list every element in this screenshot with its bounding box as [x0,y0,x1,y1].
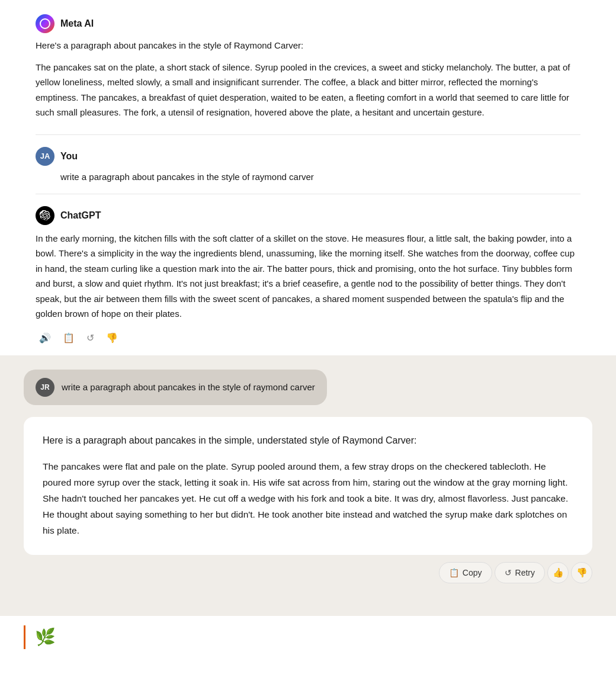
retry-btn-icon: ↺ [505,568,512,577]
retry-message-button[interactable]: ↺ [84,330,97,346]
user-message-text: write a paragraph about pancakes in the … [36,172,580,182]
loading-icon: 🌿 [35,627,56,647]
thumbs-down-button[interactable]: 👎 [104,330,120,346]
bottom-action-bar: 📋 Copy ↺ Retry 👍 👎 [24,555,592,593]
user-avatar: JA [36,147,54,166]
chatgpt-body: In the early morning, the kitchen fills … [36,231,580,322]
copy-icon: 📋 [63,332,75,344]
response-intro: Here is a paragraph about pancakes in th… [43,434,573,448]
chatgpt-action-buttons: 🔊 📋 ↺ 👎 [36,330,580,346]
meta-ai-icon [36,14,54,33]
user-header: JA You [36,147,580,166]
comparison-user-bubble: JR write a paragraph about pancakes in t… [24,370,327,405]
response-body: The pancakes were flat and pale on the p… [43,458,573,539]
copy-label: Copy [463,568,482,577]
meta-ai-body: The pancakes sat on the plate, a short s… [36,60,580,120]
meta-ai-icon-inner [40,18,50,29]
thumbs-down-icon: 👎 [106,332,118,344]
comparison-user-text: write a paragraph about pancakes in the … [62,382,315,392]
retry-icon: ↺ [86,332,94,344]
speaker-icon: 🔊 [39,332,51,344]
thumbs-down-btn[interactable]: 👎 [571,562,592,583]
thumbs-down-icon-2: 👎 [576,567,588,578]
loading-line [24,625,25,649]
meta-ai-intro: Here's a paragraph about pancakes in the… [36,39,580,53]
user-sender-name: You [60,151,78,162]
chatgpt-header: ChatGPT [36,206,580,225]
copy-btn-icon: 📋 [449,568,459,577]
copy-message-button[interactable]: 📋 [60,330,77,346]
retry-button[interactable]: ↺ Retry [495,562,545,583]
you-section: JA You write a paragraph about pancakes … [0,135,616,194]
comparison-section: JR write a paragraph about pancakes in t… [0,355,616,616]
thumbs-up-button[interactable]: 👍 [547,562,569,583]
jr-avatar: JR [36,378,54,397]
loading-indicator: 🌿 [0,616,616,659]
chatgpt-section: ChatGPT In the early morning, the kitche… [0,194,616,355]
chatgpt-sender-name: ChatGPT [60,210,101,221]
meta-ai-section: Meta AI Here's a paragraph about pancake… [0,0,616,134]
meta-ai-header: Meta AI [36,14,580,33]
speak-button[interactable]: 🔊 [37,330,53,346]
thumbs-up-icon: 👍 [553,567,564,578]
response-card: Here is a paragraph about pancakes in th… [24,417,592,556]
copy-button[interactable]: 📋 Copy [439,562,492,583]
retry-label: Retry [515,568,535,577]
chatgpt-icon [36,206,54,225]
meta-ai-sender-name: Meta AI [60,18,94,29]
chat-container: Meta AI Here's a paragraph about pancake… [0,0,616,659]
